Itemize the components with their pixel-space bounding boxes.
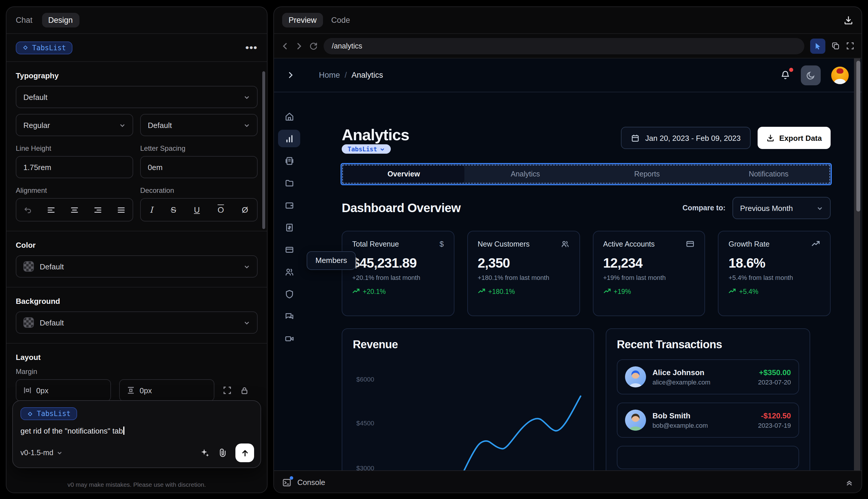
sidebar-toggle-icon[interactable]	[287, 71, 294, 79]
letter-spacing-input[interactable]: 0em	[140, 156, 258, 178]
align-justify-icon[interactable]	[116, 205, 125, 214]
reset-alignment-icon[interactable]	[24, 205, 33, 214]
margin-x-input[interactable]: 0px	[16, 379, 111, 401]
tab-design[interactable]: Design	[42, 13, 79, 27]
compare-label: Compare to:	[683, 204, 726, 212]
design-settings: Typography Default Regular Default Line …	[7, 62, 267, 443]
font-weight-select[interactable]: Regular	[16, 114, 133, 136]
download-icon[interactable]	[843, 15, 853, 25]
lock-icon[interactable]	[240, 386, 249, 395]
send-button[interactable]	[235, 443, 254, 462]
select-element-button[interactable]	[810, 38, 826, 53]
recent-transactions-card: Recent Transactions Alice Johnson alice@…	[606, 328, 810, 470]
url-bar[interactable]: /analytics	[324, 38, 804, 54]
transactions-title: Recent Transactions	[617, 338, 799, 351]
line-height-input[interactable]: 1.75rem	[16, 156, 133, 178]
chevron-down-icon	[244, 319, 250, 326]
nav-security-icon[interactable]	[278, 285, 300, 303]
compare-select[interactable]: Previous Month	[732, 197, 831, 219]
stat-card-new-customers: New Customers 2,350 +180.1% from last mo…	[467, 231, 580, 316]
download-icon	[766, 134, 774, 142]
console-bar[interactable]: Console	[274, 470, 861, 493]
no-decoration-icon[interactable]: Ø	[242, 205, 248, 215]
prompt-composer[interactable]: TabsList get rid of the "notifications" …	[12, 400, 261, 468]
transaction-row[interactable]: Alice Johnson alice@example.com +$350.00…	[617, 360, 799, 394]
panel-scrollbar[interactable]	[262, 71, 265, 229]
more-menu-button[interactable]: •••	[245, 42, 258, 53]
tab-preview[interactable]: Preview	[282, 13, 323, 27]
tabs-list: Overview Analytics Reports Notifications	[342, 164, 831, 184]
prompt-input[interactable]: get rid of the "notifications" tab	[21, 427, 253, 435]
nav-home-icon[interactable]	[278, 108, 300, 125]
tab-chat[interactable]: Chat	[16, 16, 33, 25]
nav-analytics-icon[interactable]	[278, 130, 300, 147]
underline-icon[interactable]: U	[194, 205, 200, 215]
color-select[interactable]: Default	[16, 255, 258, 278]
composer-component-chip[interactable]: TabsList	[21, 407, 77, 420]
tab-overview[interactable]: Overview	[343, 165, 465, 183]
stat-card-active-accounts: Active Accounts 12,234 +19% from last mo…	[593, 231, 705, 316]
align-right-icon[interactable]	[94, 205, 102, 214]
background-select[interactable]: Default	[16, 312, 258, 334]
selected-component-pill[interactable]: TabsList	[342, 144, 390, 154]
nav-invoices-icon[interactable]	[278, 152, 300, 169]
tab-reports[interactable]: Reports	[586, 165, 708, 183]
nav-cards-icon[interactable]	[278, 241, 300, 258]
alignment-group	[16, 198, 133, 221]
fullscreen-icon[interactable]	[846, 41, 855, 50]
enhance-prompt-icon[interactable]	[200, 448, 210, 458]
margin-vertical-icon	[127, 386, 135, 394]
overline-icon[interactable]: O	[218, 205, 224, 215]
align-center-icon[interactable]	[70, 205, 79, 214]
nav-billing-icon[interactable]	[278, 219, 300, 236]
transaction-row[interactable]: Bob Smith bob@example.com -$120.50 2023-…	[617, 403, 799, 438]
nav-wallet-icon[interactable]	[278, 196, 300, 214]
credit-card-icon	[686, 240, 695, 248]
font-family-select[interactable]: Default	[16, 86, 258, 108]
back-icon[interactable]	[281, 42, 289, 50]
diamond-icon	[22, 45, 29, 51]
typography-section-title: Typography	[16, 71, 258, 80]
diamond-icon	[27, 411, 33, 417]
chat-design-panel: Chat Design TabsList ••• Typography Defa…	[6, 7, 268, 493]
section-title: Dashboard Overview	[342, 201, 461, 215]
component-chip-tabslist[interactable]: TabsList	[16, 41, 72, 54]
tab-code[interactable]: Code	[331, 16, 350, 25]
trending-up-icon	[811, 240, 820, 248]
attach-file-icon[interactable]	[218, 448, 227, 458]
expand-console-icon[interactable]	[845, 478, 853, 486]
margin-y-input[interactable]: 0px	[119, 379, 214, 401]
preview-scrollbar-thumb[interactable]	[856, 61, 860, 211]
nav-video-icon[interactable]	[278, 330, 300, 347]
model-selector[interactable]: v0-1.5-md	[21, 449, 63, 457]
v0-workspace: Chat Design TabsList ••• Typography Defa…	[0, 0, 868, 499]
export-data-button[interactable]: Export Data	[758, 127, 831, 149]
theme-toggle-button[interactable]	[801, 65, 821, 85]
trend-up-icon	[478, 288, 485, 295]
tab-notifications[interactable]: Notifications	[708, 165, 830, 183]
italic-icon[interactable]: I	[150, 205, 153, 215]
nav-members-icon[interactable]	[278, 263, 300, 280]
chevron-down-icon	[119, 122, 126, 128]
trend-up-icon	[603, 288, 611, 295]
charts-row: Revenue $6000 $4500 $3000 Recent Transac…	[342, 328, 831, 470]
forward-icon[interactable]	[295, 42, 303, 50]
breadcrumb: Home / Analytics	[319, 71, 383, 80]
font-size-select[interactable]: Default	[140, 114, 258, 136]
refresh-icon[interactable]	[309, 41, 318, 50]
disclaimer-text: v0 may make mistakes. Please use with di…	[7, 481, 267, 488]
user-avatar[interactable]	[831, 66, 849, 84]
strikethrough-icon[interactable]: S	[171, 205, 176, 215]
date-range-button[interactable]: Jan 20, 2023 - Feb 09, 2023	[621, 127, 751, 149]
notifications-bell-icon[interactable]	[780, 70, 790, 80]
text-caret	[124, 427, 124, 435]
nav-messages-icon[interactable]	[278, 307, 300, 325]
align-left-icon[interactable]	[47, 205, 55, 214]
expand-values-icon[interactable]	[223, 386, 232, 395]
workbench-tabs: Preview Code	[274, 7, 861, 34]
copy-icon[interactable]	[831, 41, 840, 50]
breadcrumb-home[interactable]: Home	[319, 71, 340, 80]
nav-files-icon[interactable]	[278, 174, 300, 192]
tab-analytics[interactable]: Analytics	[465, 165, 586, 183]
stat-cards: Total Revenue$ $45,231.89 +20.1% from la…	[342, 231, 831, 316]
